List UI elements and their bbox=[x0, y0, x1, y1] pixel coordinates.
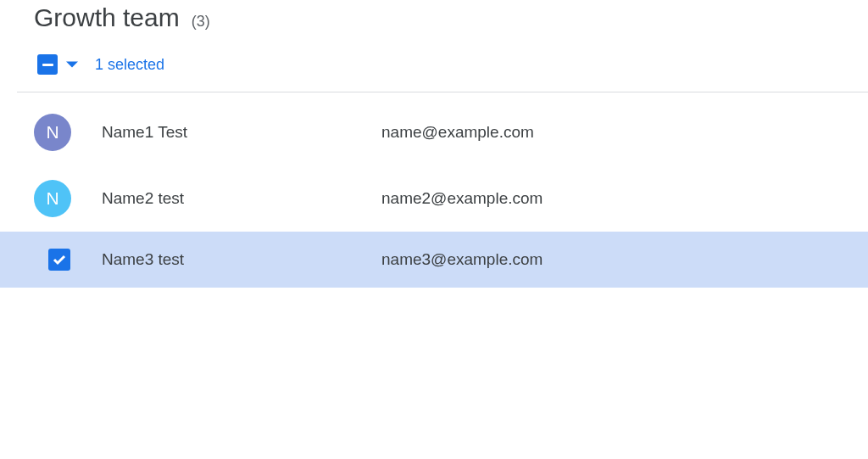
indeterminate-icon bbox=[42, 64, 53, 66]
list-item[interactable]: N Name2 test name2@example.com bbox=[0, 165, 868, 232]
row-checkbox[interactable] bbox=[48, 249, 70, 271]
avatar-slot: N bbox=[34, 114, 71, 151]
member-email: name3@example.com bbox=[381, 250, 542, 269]
page-header: Growth team (3) bbox=[0, 0, 868, 32]
avatar: N bbox=[34, 180, 71, 217]
member-email: name@example.com bbox=[381, 123, 534, 142]
member-list: N Name1 Test name@example.com N Name2 te… bbox=[0, 92, 868, 288]
member-email: name2@example.com bbox=[381, 189, 542, 208]
selection-toolbar: 1 selected bbox=[0, 32, 868, 92]
avatar: N bbox=[34, 114, 71, 151]
selected-count-label: 1 selected bbox=[95, 56, 164, 74]
member-name: Name2 test bbox=[102, 189, 381, 208]
avatar-slot: N bbox=[34, 180, 71, 217]
avatar-slot bbox=[41, 241, 78, 278]
member-count: (3) bbox=[192, 13, 210, 31]
page-title: Growth team bbox=[34, 3, 180, 32]
checkmark-icon bbox=[53, 254, 66, 266]
avatar-initial: N bbox=[46, 122, 58, 143]
chevron-down-icon bbox=[66, 61, 78, 68]
member-name: Name3 test bbox=[102, 250, 381, 269]
avatar-initial: N bbox=[46, 188, 58, 209]
member-name: Name1 Test bbox=[102, 123, 381, 142]
selection-dropdown[interactable] bbox=[66, 61, 78, 68]
list-item[interactable]: N Name1 Test name@example.com bbox=[0, 99, 868, 165]
select-all-checkbox[interactable] bbox=[37, 54, 58, 75]
list-item[interactable]: Name3 test name3@example.com bbox=[0, 232, 868, 288]
